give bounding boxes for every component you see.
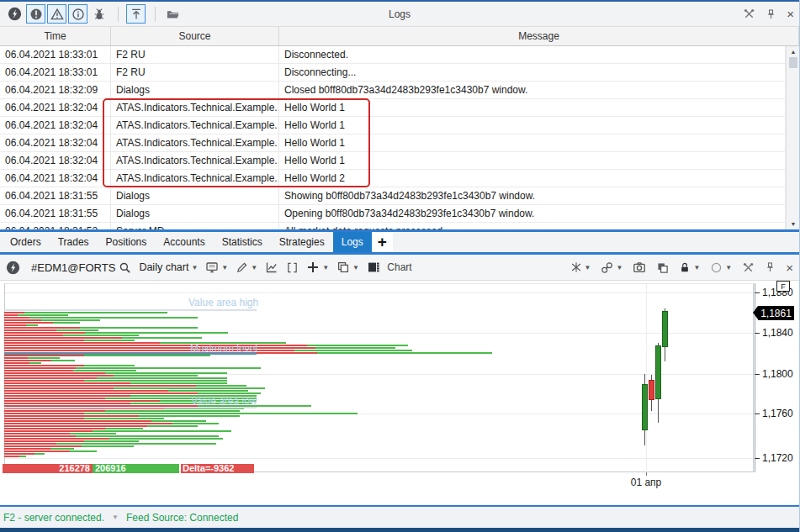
errors-filter-button[interactable] bbox=[26, 4, 45, 24]
profile-buy-bar bbox=[76, 367, 261, 369]
profile-buy-bar bbox=[147, 425, 198, 427]
export-log-button[interactable] bbox=[126, 4, 146, 24]
price-tick bbox=[755, 292, 760, 293]
profile-buy-bar bbox=[114, 375, 198, 377]
debug-filter-button[interactable] bbox=[89, 4, 109, 24]
tab-accounts[interactable]: Accounts bbox=[155, 232, 213, 252]
status-bar: F2 - server connected. ▼ Feed Source: Co… bbox=[0, 507, 799, 528]
info-filter-button[interactable] bbox=[68, 4, 87, 24]
profile-buy-bar bbox=[85, 332, 228, 334]
profile-buy-bar bbox=[19, 456, 26, 457]
log-cell-time: 06.04.2021 18:31:55 bbox=[0, 187, 111, 204]
dom-panel-button[interactable] bbox=[367, 261, 380, 274]
indicators-button[interactable] bbox=[265, 261, 278, 274]
profile-buy-bar bbox=[63, 334, 139, 336]
pin-icon-chart[interactable] bbox=[765, 261, 776, 273]
close-icon-chart[interactable]: × bbox=[786, 261, 793, 274]
chart-header-actions: ▼ ▼ ▼ ▼ bbox=[570, 261, 793, 274]
log-table-header: Time Source Message bbox=[0, 27, 799, 46]
log-table-scrollbar[interactable]: ▲ ▼ bbox=[786, 46, 799, 229]
scrollbar-up-arrow[interactable]: ▲ bbox=[787, 49, 800, 55]
tab-logs[interactable]: Logs bbox=[333, 232, 372, 252]
chevron-down-icon: ▼ bbox=[693, 264, 700, 271]
pin-icon[interactable] bbox=[766, 8, 776, 20]
tab-trades[interactable]: Trades bbox=[50, 232, 98, 252]
profile-sell-bar bbox=[4, 317, 29, 319]
log-row[interactable]: 06.04.2021 18:31:52Server MDAll market d… bbox=[0, 223, 786, 229]
profile-buy-bar bbox=[73, 370, 136, 371]
profile-buy-bar bbox=[24, 312, 167, 313]
profile-sell-bar bbox=[4, 322, 53, 324]
profile-buy-bar bbox=[50, 448, 74, 450]
profile-sell-bar bbox=[4, 312, 24, 313]
value-area-high-label: Value area high bbox=[188, 297, 258, 308]
templates-button[interactable] bbox=[286, 261, 299, 274]
log-cell-source: Dialogs bbox=[111, 82, 279, 98]
log-row[interactable]: 06.04.2021 18:32:04ATAS.Indicators.Techn… bbox=[0, 99, 786, 117]
profile-buy-bar bbox=[198, 392, 261, 394]
profile-buy-bar bbox=[307, 345, 408, 346]
profile-buy-bar bbox=[84, 365, 135, 366]
tab-strategies[interactable]: Strategies bbox=[271, 232, 333, 252]
log-row[interactable]: 06.04.2021 18:32:04ATAS.Indicators.Techn… bbox=[0, 152, 786, 170]
profile-sell-bar bbox=[4, 314, 18, 316]
settings-tools-icon-chart[interactable] bbox=[742, 261, 755, 274]
scrollbar-thumb[interactable] bbox=[789, 57, 797, 68]
drawing-tools-button[interactable]: ▼ bbox=[236, 261, 257, 274]
add-indicator-button[interactable]: ▼ bbox=[306, 261, 329, 274]
timeframe-select[interactable]: Daily chart ▼ bbox=[139, 261, 198, 273]
log-cell-message: All market data requests processed bbox=[279, 223, 786, 229]
profile-buy-bar bbox=[51, 360, 75, 361]
column-header-time[interactable]: Time bbox=[0, 27, 111, 45]
log-row[interactable]: 06.04.2021 18:33:01F2 RUDisconnecting... bbox=[0, 64, 786, 82]
profile-sell-bar bbox=[4, 433, 70, 435]
log-cell-message: Hello World 1 bbox=[279, 117, 786, 134]
log-row[interactable]: 06.04.2021 18:32:04ATAS.Indicators.Techn… bbox=[0, 170, 786, 187]
profile-buy-bar bbox=[26, 324, 38, 326]
tab-positions[interactable]: Positions bbox=[98, 232, 156, 252]
log-row[interactable]: 06.04.2021 18:31:55DialogsShowing b0ff80… bbox=[0, 187, 786, 205]
profile-sell-bar bbox=[4, 438, 109, 440]
log-row[interactable]: 06.04.2021 18:32:09DialogsClosed b0ff80d… bbox=[0, 82, 786, 99]
profile-buy-bar bbox=[70, 450, 97, 452]
log-row[interactable]: 06.04.2021 18:33:01F2 RUDisconnected. bbox=[0, 46, 786, 64]
chart-canvas[interactable]: Value area high Maximum level Value area… bbox=[0, 281, 799, 505]
tab-statistics[interactable]: Statistics bbox=[214, 232, 271, 252]
profile-sell-bar bbox=[4, 357, 28, 359]
profile-sell-bar bbox=[4, 387, 114, 389]
settings-tools-icon[interactable] bbox=[743, 8, 755, 20]
server-status[interactable]: F2 - server connected. bbox=[3, 512, 104, 524]
log-row[interactable]: 06.04.2021 18:32:04ATAS.Indicators.Techn… bbox=[0, 134, 786, 152]
layout-copy-button[interactable]: ▼ bbox=[336, 261, 359, 274]
log-row[interactable]: 06.04.2021 18:32:04ATAS.Indicators.Techn… bbox=[0, 117, 786, 134]
scrollbar-down-arrow[interactable]: ▼ bbox=[787, 221, 800, 227]
screenshot-button[interactable] bbox=[633, 261, 646, 274]
warnings-filter-button[interactable] bbox=[47, 4, 66, 24]
crosshair-mode-button[interactable]: ▼ bbox=[570, 261, 591, 273]
clone-window-button[interactable] bbox=[656, 261, 669, 274]
color-scheme-button[interactable]: ▼ bbox=[710, 261, 732, 274]
link-windows-button[interactable]: ▼ bbox=[601, 261, 623, 274]
log-cell-message: Hello World 1 bbox=[279, 134, 786, 151]
lock-chart-button[interactable]: ▼ bbox=[679, 261, 700, 274]
open-log-folder-button[interactable] bbox=[163, 4, 183, 24]
instrument-symbol[interactable]: #EDM1@FORTS bbox=[31, 261, 115, 274]
profile-buy-bar bbox=[97, 377, 227, 379]
profile-buy-bar bbox=[80, 327, 198, 329]
add-tab-button[interactable]: + bbox=[372, 232, 393, 252]
close-icon[interactable]: × bbox=[787, 8, 794, 20]
display-mode-button[interactable]: ▼ bbox=[205, 261, 228, 274]
log-cell-message: Hello World 1 bbox=[279, 152, 786, 169]
atas-window: Logs × bbox=[0, 0, 800, 532]
instrument-search-icon[interactable] bbox=[119, 261, 131, 274]
f-button[interactable]: F bbox=[776, 281, 790, 292]
column-header-message[interactable]: Message bbox=[279, 27, 799, 45]
profile-buy-bar bbox=[105, 372, 227, 374]
log-row[interactable]: 06.04.2021 18:31:55DialogsOpening b0ff80… bbox=[0, 205, 786, 223]
tab-orders[interactable]: Orders bbox=[2, 232, 50, 252]
feed-status: Feed Source: Connected bbox=[126, 512, 238, 524]
profile-sell-bar bbox=[4, 395, 130, 397]
server-status-dropdown-icon[interactable]: ▼ bbox=[112, 514, 119, 521]
column-header-source[interactable]: Source bbox=[111, 27, 279, 45]
price-tick-label: 1,1840 bbox=[762, 327, 793, 339]
